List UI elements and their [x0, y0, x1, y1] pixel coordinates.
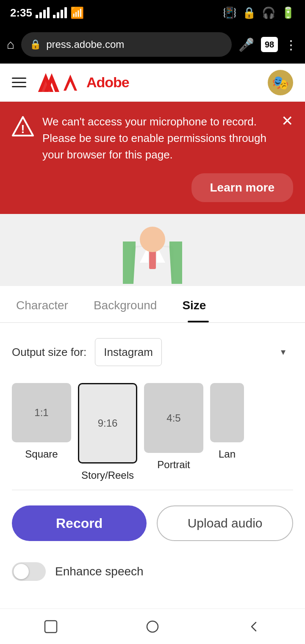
battery-icon: 🔋	[281, 6, 295, 19]
size-option-square[interactable]: 1:1 Square	[12, 383, 71, 481]
size-box-square: 1:1	[12, 383, 71, 442]
app-header: Adobe 🎭	[0, 64, 305, 102]
vibrate-icon: 📳	[223, 6, 236, 19]
ssl-lock-icon: 🔒	[30, 39, 41, 50]
avatar[interactable]: 🎭	[268, 70, 293, 95]
nav-back-button[interactable]	[245, 617, 263, 636]
size-box-story: 9:16	[78, 383, 137, 464]
browser-toolbar: ⌂ 🔒 press.adobe.com 🎤 98 ⋮	[0, 25, 305, 64]
size-option-portrait[interactable]: 4:5 Portrait	[144, 383, 203, 481]
nav-square-button[interactable]	[42, 617, 60, 636]
size-ratio-story: 9:16	[98, 417, 118, 429]
character-preview	[0, 214, 305, 286]
error-message-text: We can't access your microphone to recor…	[42, 114, 273, 163]
character-illustration	[123, 216, 182, 284]
upload-audio-button[interactable]: Upload audio	[157, 505, 293, 541]
record-button[interactable]: Record	[12, 505, 147, 541]
size-label-story: Story/Reels	[81, 469, 134, 481]
tab-character[interactable]: Character	[12, 286, 81, 322]
time-display: 2:35	[10, 6, 32, 19]
size-box-landscape	[210, 383, 244, 442]
size-option-story[interactable]: 9:16 Story/Reels	[78, 383, 137, 481]
hamburger-line	[12, 82, 26, 83]
nav-home-button[interactable]	[143, 617, 162, 636]
wifi-icon: 📶	[70, 6, 84, 19]
hamburger-line	[12, 86, 26, 87]
output-size-select[interactable]: Instagram YouTube TikTok Facebook Twitte…	[95, 338, 162, 366]
size-options-row: 1:1 Square 9:16 Story/Reels 4:5 Portrait…	[0, 375, 305, 490]
svg-point-14	[147, 621, 158, 632]
size-label-square: Square	[25, 448, 58, 460]
adobe-logo: Adobe	[38, 73, 129, 92]
size-box-portrait: 4:5	[144, 383, 203, 453]
svg-point-12	[140, 227, 165, 252]
chevron-down-icon: ▾	[281, 347, 286, 358]
adobe-logo-text: Adobe	[86, 74, 129, 91]
system-nav-bar	[0, 608, 305, 644]
size-label-portrait: Portrait	[157, 459, 190, 471]
tab-background[interactable]: Background	[89, 286, 169, 322]
size-ratio-square: 1:1	[34, 407, 48, 419]
close-banner-button[interactable]: ✕	[281, 114, 293, 128]
home-button[interactable]: ⌂	[7, 37, 14, 52]
size-ratio-portrait: 4:5	[166, 412, 180, 424]
tab-size[interactable]: Size	[178, 286, 219, 322]
enhance-speech-label: Enhance speech	[55, 565, 144, 578]
headphone-icon: 🎧	[262, 6, 275, 19]
adobe-logo-icon	[38, 73, 59, 92]
warning-triangle-icon: !	[12, 115, 34, 137]
toggle-knob	[14, 564, 29, 579]
nav-home-icon	[145, 619, 160, 634]
svg-text:!: !	[21, 122, 25, 136]
signal-strength2-icon	[53, 7, 67, 18]
enhance-speech-toggle[interactable]	[12, 562, 46, 581]
size-option-landscape[interactable]: Lan	[210, 383, 244, 481]
url-text: press.adobe.com	[46, 39, 223, 50]
status-bar: 2:35 📶 📳 🔒 🎧 🔋	[0, 0, 305, 25]
svg-rect-7	[123, 242, 136, 284]
hamburger-line	[12, 78, 26, 79]
tabs-bar: Character Background Size	[0, 286, 305, 323]
nav-recents-icon	[43, 619, 58, 634]
lock-status-icon: 🔒	[242, 6, 256, 19]
browser-menu-button[interactable]: ⋮	[285, 37, 298, 52]
size-label-landscape: Lan	[219, 448, 236, 460]
signal-strength-icon	[36, 7, 50, 18]
hamburger-menu-button[interactable]	[12, 78, 26, 87]
svg-rect-8	[169, 242, 182, 284]
svg-marker-3	[64, 75, 77, 91]
error-banner: ! We can't access your microphone to rec…	[0, 102, 305, 214]
bottom-actions: Record Upload audio Enhance speech	[0, 490, 305, 599]
tabs-count-button[interactable]: 98	[261, 37, 278, 52]
address-bar[interactable]: 🔒 press.adobe.com	[21, 32, 232, 57]
adobe-a-icon	[64, 75, 83, 91]
output-size-section: Output size for: Instagram YouTube TikTo…	[0, 323, 305, 375]
learn-more-button[interactable]: Learn more	[191, 173, 294, 202]
nav-back-icon	[247, 619, 262, 634]
output-size-label: Output size for:	[12, 346, 86, 359]
microphone-button[interactable]: 🎤	[238, 37, 254, 52]
svg-rect-13	[45, 621, 57, 633]
